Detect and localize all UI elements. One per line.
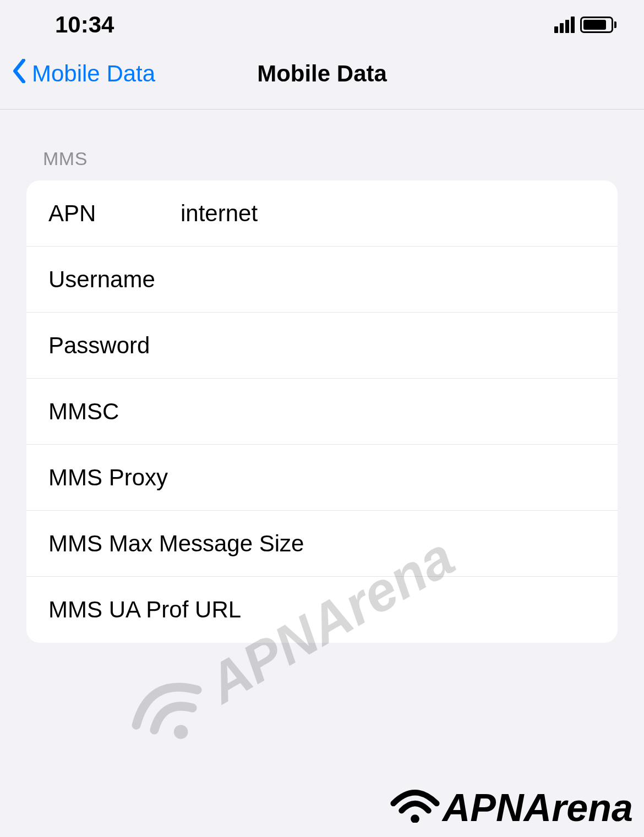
setting-label: APN (48, 200, 181, 227)
password-field[interactable] (181, 332, 618, 359)
mms-proxy-field[interactable] (327, 464, 618, 491)
setting-row-password[interactable]: Password (26, 313, 618, 379)
status-indicators (554, 17, 616, 33)
setting-label: MMS Max Message Size (48, 530, 618, 557)
footer-logo: APNArena (390, 784, 633, 831)
footer-logo-text: APNArena (443, 786, 633, 830)
svg-point-0 (172, 723, 191, 742)
setting-row-username[interactable]: Username (26, 247, 618, 313)
setting-row-mms-ua-prof[interactable]: MMS UA Prof URL (26, 577, 618, 643)
setting-row-mms-proxy[interactable]: MMS Proxy (26, 445, 618, 511)
content-area: MMS APN Username Password MMSC (0, 110, 644, 659)
apn-field[interactable] (181, 200, 618, 227)
setting-label: MMS UA Prof URL (48, 597, 618, 623)
status-time: 10:34 (55, 12, 114, 38)
wifi-icon (107, 647, 233, 778)
navigation-bar: Mobile Data Mobile Data (0, 44, 644, 110)
setting-label: Password (48, 332, 181, 359)
back-button[interactable]: Mobile Data (11, 59, 155, 89)
settings-group-mms: APN Username Password MMSC (26, 180, 618, 643)
cellular-signal-icon (554, 17, 575, 33)
setting-label: Username (48, 266, 181, 293)
wifi-icon (390, 784, 440, 831)
setting-row-mmsc[interactable]: MMSC (26, 379, 618, 445)
chevron-left-icon (11, 59, 28, 89)
back-label: Mobile Data (32, 61, 155, 87)
section-header-mms: MMS (26, 148, 618, 169)
battery-icon (580, 17, 616, 33)
username-field[interactable] (181, 266, 618, 293)
setting-row-mms-max-size[interactable]: MMS Max Message Size (26, 511, 618, 577)
setting-label: MMS Proxy (48, 464, 327, 491)
setting-label: MMSC (48, 398, 181, 425)
svg-point-1 (411, 814, 419, 823)
status-bar: 10:34 (0, 0, 644, 44)
mmsc-field[interactable] (181, 398, 618, 425)
setting-row-apn[interactable]: APN (26, 180, 618, 247)
